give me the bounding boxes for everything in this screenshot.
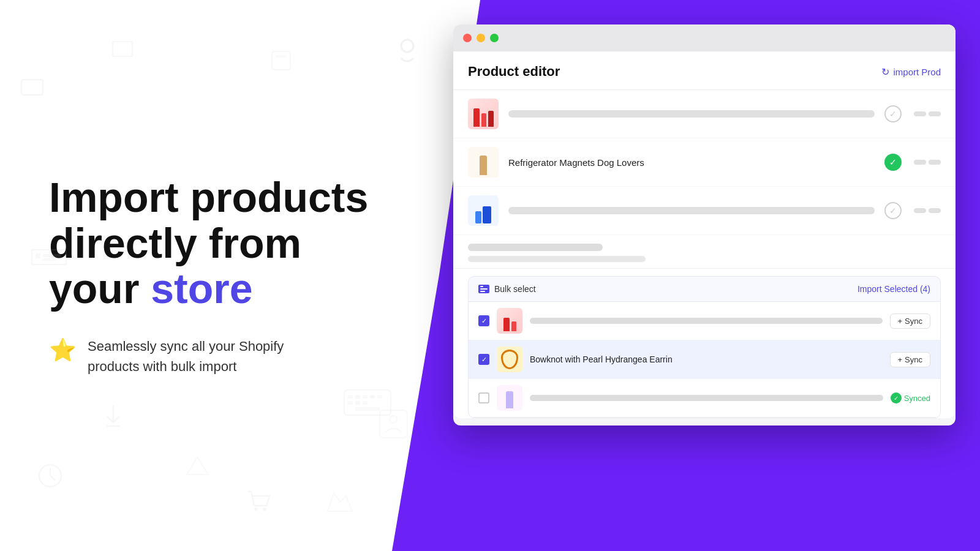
- bulk-select-label: Bulk select: [478, 284, 536, 294]
- bulk-product-name: Bowknot with Pearl Hydrangea Earrin: [530, 354, 883, 364]
- editor-title: Product editor: [468, 64, 560, 80]
- traffic-light-red[interactable]: [463, 34, 472, 42]
- import-prod-button[interactable]: ↻ import Prod: [881, 66, 941, 78]
- traffic-light-yellow[interactable]: [477, 34, 485, 42]
- bulk-product-thumbnail: [497, 385, 522, 411]
- traffic-light-green[interactable]: [490, 34, 499, 42]
- feature-item: ⭐ Seamlessly sync all your Shopify produ…: [49, 336, 392, 377]
- product-name: Refrigerator Magnets Dog Lovers: [508, 157, 875, 168]
- bulk-product-thumbnail: [497, 308, 522, 334]
- browser-window: Product editor ↻ import Prod ✓: [453, 24, 956, 425]
- product-thumbnail: [468, 147, 499, 178]
- sync-button[interactable]: + Sync: [890, 352, 931, 367]
- main-heading: Import products directly from your store: [49, 174, 392, 312]
- product-name-placeholder: [508, 110, 875, 118]
- sync-button[interactable]: + Sync: [890, 313, 931, 329]
- browser-titlebar: [453, 24, 956, 51]
- right-panel: Product editor ↻ import Prod ✓: [392, 0, 980, 551]
- checkbox-checked[interactable]: ✓: [478, 354, 489, 365]
- plus-icon: +: [898, 317, 903, 326]
- svg-rect-28: [480, 291, 485, 292]
- product-row[interactable]: Refrigerator Magnets Dog Lovers ✓: [453, 138, 956, 187]
- extra-actions: [914, 111, 941, 116]
- bulk-select-text: Bulk select: [494, 284, 536, 294]
- svg-rect-2: [113, 42, 132, 56]
- status-icon-green: ✓: [884, 154, 902, 171]
- product-row[interactable]: ✓: [453, 90, 956, 138]
- svg-rect-15: [363, 395, 368, 399]
- extra-actions: [914, 208, 941, 213]
- sync-refresh-icon: ↻: [881, 66, 889, 78]
- synced-check-icon: ✓: [891, 392, 902, 403]
- svg-rect-1: [21, 80, 43, 95]
- bulk-product-thumbnail: [497, 347, 522, 372]
- svg-rect-17: [377, 395, 382, 399]
- star-icon: ⭐: [49, 337, 77, 363]
- bulk-row-active[interactable]: ✓ Bowknot with Pearl Hydrangea Earrin + …: [469, 340, 940, 379]
- bulk-select-panel: Bulk select Import Selected (4) ✓ + Sync: [468, 276, 941, 418]
- svg-rect-26: [480, 286, 483, 287]
- checkbox-checked[interactable]: ✓: [478, 315, 489, 326]
- editor-header: Product editor ↻ import Prod: [453, 51, 956, 90]
- status-icon-grey: ✓: [884, 202, 902, 219]
- svg-rect-16: [370, 395, 375, 399]
- product-thumbnail: [468, 195, 499, 226]
- svg-rect-4: [276, 55, 287, 58]
- svg-point-23: [263, 508, 266, 511]
- extra-actions: [914, 160, 941, 165]
- checkbox-unchecked[interactable]: [478, 392, 489, 403]
- svg-rect-6: [36, 253, 40, 258]
- product-editor: Product editor ↻ import Prod ✓: [453, 51, 956, 418]
- bulk-row[interactable]: ✓ Synced: [469, 379, 940, 418]
- product-name-placeholder: [508, 207, 875, 214]
- product-row[interactable]: ✓: [453, 187, 956, 235]
- status-icon-grey: ✓: [884, 105, 902, 122]
- svg-point-22: [254, 508, 258, 511]
- name-bars-section: [453, 235, 956, 269]
- svg-rect-12: [344, 390, 391, 415]
- svg-point-9: [39, 465, 61, 487]
- bulk-header: Bulk select Import Selected (4): [469, 277, 940, 302]
- svg-rect-21: [355, 407, 380, 411]
- product-thumbnail: [468, 99, 499, 129]
- import-selected-button[interactable]: Import Selected (4): [858, 284, 930, 294]
- svg-rect-14: [355, 395, 360, 399]
- svg-rect-13: [348, 395, 353, 399]
- svg-rect-3: [272, 51, 290, 70]
- bulk-product-name-bar: [530, 395, 883, 401]
- svg-rect-27: [480, 288, 488, 290]
- plus-icon: +: [898, 355, 903, 364]
- synced-badge: ✓ Synced: [891, 392, 930, 403]
- feature-text: Seamlessly sync all your Shopify product…: [88, 336, 284, 377]
- svg-rect-20: [363, 401, 368, 405]
- name-bar: [468, 244, 603, 251]
- left-panel: Import products directly from your store…: [0, 0, 441, 551]
- bulk-product-name-bar: [530, 318, 883, 324]
- bulk-select-icon: [478, 285, 489, 293]
- svg-rect-18: [348, 401, 353, 405]
- bulk-row[interactable]: ✓ + Sync: [469, 302, 940, 340]
- svg-rect-19: [355, 401, 360, 405]
- name-bar: [468, 256, 646, 262]
